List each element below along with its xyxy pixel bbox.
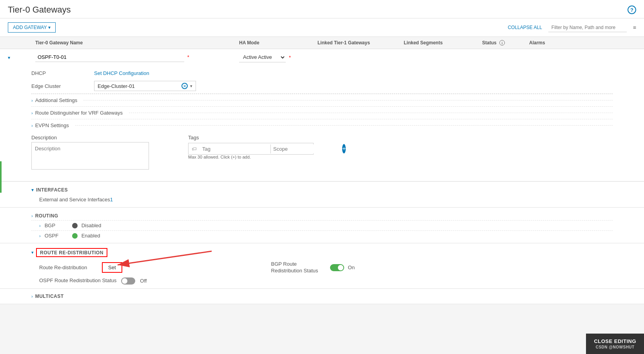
gateway-name-cell: *: [31, 53, 235, 62]
ospf-label: OSPF: [45, 233, 68, 239]
interfaces-section: ▾ INTERFACES External and Service Interf…: [0, 181, 644, 207]
route-redist-expand-icon: ▾: [31, 250, 34, 255]
multicast-header[interactable]: › MULTICAST: [31, 291, 613, 301]
evpn-settings-row[interactable]: › EVPN Settings: [31, 119, 613, 131]
ospf-redist-row: OSPF Route Redistribution Status Off: [31, 276, 613, 286]
routing-title: ROUTING: [35, 213, 58, 219]
interfaces-header: ▾ INTERFACES: [31, 184, 613, 194]
route-redist-section: ▾ ROUTE RE-DISTRIBUTION Route Re-distrib…: [0, 243, 644, 288]
ospf-status-text: Enabled: [82, 233, 100, 239]
edge-cluster-icons: ✕ ▾: [181, 83, 192, 89]
ha-required-star: *: [289, 55, 291, 60]
route-redist-label: Route Re-distribution: [39, 265, 102, 270]
col-ha-mode: HA Mode: [235, 40, 314, 46]
ospf-expand-icon[interactable]: ›: [39, 234, 41, 238]
watermark-text: CSDN @NOWSHUT: [596, 345, 635, 349]
gateway-row: ▾ * Active ActiveActive Standby * DHCP: [0, 49, 644, 304]
routing-expand-icon: ›: [31, 213, 33, 218]
col-status: Status i: [478, 40, 525, 46]
scope-input[interactable]: [270, 144, 341, 153]
tags-hint: Max 30 allowed. Click (+) to add.: [188, 155, 314, 159]
description-label: Description: [31, 135, 149, 141]
col-linked-segments: Linked Segments: [400, 40, 478, 46]
route-distinguisher-chevron: ›: [31, 111, 33, 115]
multicast-section: › MULTICAST: [0, 288, 644, 304]
close-editing-bar: CLOSE EDITING CSDN @NOWSHUT: [586, 334, 644, 354]
route-distinguisher-divider: [129, 113, 613, 113]
col-linked-tier1: Linked Tier-1 Gateways: [314, 40, 400, 46]
ha-mode-wrapper: Active ActiveActive Standby *: [239, 52, 310, 62]
table-header: Tier-0 Gateway Name HA Mode Linked Tier-…: [0, 37, 644, 49]
ext-service-interfaces-row: External and Service Interfaces 1: [31, 194, 613, 205]
evpn-settings-chevron: ›: [31, 123, 33, 128]
evpn-settings-divider: [75, 125, 613, 126]
interfaces-expand-icon[interactable]: ▾: [31, 187, 34, 193]
row-expand-cell: ▾: [0, 55, 31, 60]
gateway-name-input[interactable]: [35, 53, 184, 62]
routing-inner: › ROUTING › BGP Disabled › OSPF Enabled: [0, 208, 644, 243]
bgp-status-text: Disabled: [82, 223, 102, 228]
multicast-title: MULTICAST: [35, 294, 64, 299]
additional-settings-row[interactable]: › Additional Settings: [31, 94, 613, 106]
expanded-section: DHCP Set DHCP Configuration Edge Cluster…: [0, 66, 644, 181]
route-distinguisher-row[interactable]: › Route Distinguisher for VRF Gateways: [31, 106, 613, 119]
edge-cluster-value: Edge-Cluster-01: [98, 83, 135, 89]
row-expand-icon[interactable]: ▾: [8, 55, 10, 60]
bgp-expand-icon[interactable]: ›: [39, 223, 41, 228]
route-redist-title-box: ROUTE RE-DISTRIBUTION: [36, 248, 107, 257]
chevron-down-icon: ▾: [48, 25, 51, 30]
routing-header[interactable]: › ROUTING: [31, 210, 613, 220]
edge-cluster-clear-icon[interactable]: ✕: [181, 83, 188, 89]
gateway-main-row: ▾ * Active ActiveActive Standby *: [0, 49, 644, 66]
dhcp-link[interactable]: Set DHCP Configuration: [94, 70, 149, 76]
status-info-icon[interactable]: i: [499, 40, 505, 46]
ospf-redist-label: OSPF Route Redistribution Status: [39, 277, 116, 284]
ha-mode-select[interactable]: Active ActiveActive Standby: [239, 52, 286, 62]
ha-mode-cell: Active ActiveActive Standby *: [235, 52, 314, 62]
tags-input-row: 🏷 +: [188, 143, 314, 155]
interfaces-title: INTERFACES: [36, 187, 68, 193]
bgp-redist-toggle[interactable]: [330, 264, 344, 271]
tag-icon: 🏷: [189, 144, 200, 153]
add-gateway-button[interactable]: ADD GATEWAY ▾: [8, 22, 56, 33]
filter-input[interactable]: [548, 23, 627, 32]
close-editing-inner: CLOSE EDITING CSDN @NOWSHUT: [594, 338, 636, 349]
toolbar: ADD GATEWAY ▾ COLLAPSE ALL ≡: [0, 18, 644, 37]
routing-section: › ROUTING › BGP Disabled › OSPF Enabled: [0, 207, 644, 243]
additional-settings-divider: [83, 100, 613, 100]
ospf-redist-off-label: Off: [140, 278, 147, 284]
page-header: Tier-0 Gateways ?: [0, 0, 644, 18]
description-field: Description: [31, 135, 149, 171]
route-redist-title: ROUTE RE-DISTRIBUTION: [40, 250, 103, 255]
description-textarea[interactable]: [31, 142, 149, 170]
route-redist-header[interactable]: ▾ ROUTE RE-DISTRIBUTION: [31, 246, 613, 259]
help-icon[interactable]: ?: [628, 5, 636, 14]
col-gateway-name: Tier-0 Gateway Name: [31, 40, 235, 46]
set-button[interactable]: Set: [102, 262, 122, 273]
col-alarms: Alarms: [525, 40, 644, 46]
filter-lines-icon[interactable]: ≡: [633, 24, 636, 31]
close-editing-button[interactable]: CLOSE EDITING: [594, 338, 636, 344]
ext-service-interfaces-count[interactable]: 1: [110, 197, 113, 203]
route-distinguisher-label: Route Distinguisher for VRF Gateways: [35, 110, 123, 116]
left-green-bar: [0, 161, 2, 193]
edge-cluster-label: Edge Cluster: [31, 83, 78, 89]
collapse-all-button[interactable]: COLLAPSE ALL: [508, 25, 542, 30]
required-star: *: [187, 54, 189, 60]
multicast-inner: › MULTICAST: [0, 289, 644, 304]
toolbar-right: COLLAPSE ALL ≡: [508, 23, 636, 32]
tag-input[interactable]: [200, 144, 270, 153]
bgp-redist-right: BGP Route Redistribution Status On: [271, 261, 355, 274]
ospf-redist-toggle[interactable]: [121, 277, 135, 285]
evpn-settings-label: EVPN Settings: [35, 122, 69, 128]
dhcp-row: DHCP Set DHCP Configuration: [31, 68, 613, 78]
bgp-redist-status-label: BGP Route Redistribution Status: [271, 261, 326, 274]
additional-settings-chevron: ›: [31, 98, 33, 103]
page-title: Tier-0 Gateways: [8, 5, 71, 15]
add-tag-button[interactable]: +: [342, 144, 346, 153]
tags-label: Tags: [188, 135, 314, 141]
additional-settings-label: Additional Settings: [35, 97, 78, 103]
edge-cluster-wrapper[interactable]: Edge-Cluster-01 ✕ ▾: [94, 81, 196, 91]
edge-cluster-dropdown-icon[interactable]: ▾: [190, 84, 192, 89]
bgp-label: BGP: [45, 223, 68, 228]
